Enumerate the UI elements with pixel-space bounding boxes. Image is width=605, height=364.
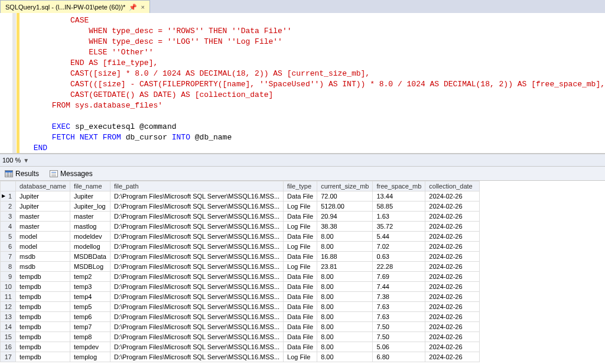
cell[interactable]: 7.63 [373, 312, 425, 322]
cell[interactable]: D:\Program Files\Microsoft SQL Server\MS… [110, 191, 283, 202]
cell[interactable]: MSDBData [70, 252, 110, 262]
code-area[interactable]: CASE WHEN type_desc = ''ROWS'' THEN ''Da… [12, 13, 605, 153]
tab-results[interactable]: Results [2, 168, 41, 179]
cell[interactable]: tempdev [70, 342, 110, 352]
table-row[interactable]: 7msdbMSDBDataD:\Program Files\Microsoft … [1, 252, 480, 262]
cell[interactable]: D:\Program Files\Microsoft SQL Server\MS… [110, 352, 283, 362]
cell[interactable]: Log File [284, 242, 317, 252]
cell[interactable]: 72.00 [317, 191, 373, 202]
sql-editor[interactable]: CASE WHEN type_desc = ''ROWS'' THEN ''Da… [0, 13, 605, 154]
table-row[interactable]: 10tempdbtemp3D:\Program Files\Microsoft … [1, 282, 480, 292]
row-number[interactable]: 10 [1, 282, 16, 292]
cell[interactable]: temp7 [70, 322, 110, 332]
row-number[interactable]: 6 [1, 242, 16, 252]
cell[interactable]: 2024-02-26 [425, 272, 480, 282]
cell[interactable]: Jupiter [16, 191, 70, 202]
cell[interactable]: 8.00 [317, 282, 373, 292]
cell[interactable]: msdb [16, 252, 70, 262]
cell[interactable]: D:\Program Files\Microsoft SQL Server\MS… [110, 302, 283, 312]
cell[interactable]: tempdb [16, 322, 70, 332]
cell[interactable]: 7.44 [373, 282, 425, 292]
cell[interactable]: temp5 [70, 302, 110, 312]
cell[interactable]: 1.63 [373, 212, 425, 222]
table-row[interactable]: 15tempdbtemp8D:\Program Files\Microsoft … [1, 332, 480, 342]
results-grid[interactable]: database_namefile_namefile_pathfile_type… [0, 181, 480, 362]
cell[interactable]: templog [70, 352, 110, 362]
cell[interactable]: 7.38 [373, 292, 425, 302]
column-header[interactable]: file_type [284, 181, 317, 191]
cell[interactable]: temp6 [70, 312, 110, 322]
table-row[interactable]: 3mastermasterD:\Program Files\Microsoft … [1, 212, 480, 222]
cell[interactable]: 8.00 [317, 322, 373, 332]
cell[interactable]: D:\Program Files\Microsoft SQL Server\MS… [110, 242, 283, 252]
cell[interactable]: Jupiter [70, 191, 110, 202]
column-header[interactable]: file_path [110, 181, 283, 191]
cell[interactable]: 2024-02-26 [425, 352, 480, 362]
cell[interactable]: 2024-02-26 [425, 232, 480, 242]
cell[interactable]: D:\Program Files\Microsoft SQL Server\MS… [110, 282, 283, 292]
cell[interactable]: Data File [284, 252, 317, 262]
cell[interactable]: 8.00 [317, 242, 373, 252]
table-row[interactable]: 1JupiterJupiterD:\Program Files\Microsof… [1, 191, 480, 202]
cell[interactable]: tempdb [16, 352, 70, 362]
cell[interactable]: tempdb [16, 282, 70, 292]
cell[interactable]: mastlog [70, 222, 110, 232]
cell[interactable]: 2024-02-26 [425, 242, 480, 252]
cell[interactable]: 2024-02-26 [425, 252, 480, 262]
row-number[interactable]: 9 [1, 272, 16, 282]
cell[interactable]: 2024-02-26 [425, 282, 480, 292]
cell[interactable]: 2024-02-26 [425, 342, 480, 352]
cell[interactable]: 2024-02-26 [425, 202, 480, 212]
cell[interactable]: model [16, 242, 70, 252]
table-row[interactable]: 6modelmodellogD:\Program Files\Microsoft… [1, 242, 480, 252]
row-number[interactable]: 1 [1, 191, 16, 202]
cell[interactable]: 2024-02-26 [425, 191, 480, 202]
cell[interactable]: 5.06 [373, 342, 425, 352]
table-row[interactable]: 5modelmodeldevD:\Program Files\Microsoft… [1, 232, 480, 242]
table-row[interactable]: 2JupiterJupiter_logD:\Program Files\Micr… [1, 202, 480, 212]
cell[interactable]: 2024-02-26 [425, 302, 480, 312]
cell[interactable]: MSDBLog [70, 262, 110, 272]
cell[interactable]: 22.28 [373, 262, 425, 272]
cell[interactable]: Jupiter_log [70, 202, 110, 212]
cell[interactable]: Data File [284, 312, 317, 322]
cell[interactable]: D:\Program Files\Microsoft SQL Server\MS… [110, 342, 283, 352]
column-header[interactable]: free_space_mb [373, 181, 425, 191]
results-grid-wrap[interactable]: database_namefile_namefile_pathfile_type… [0, 181, 605, 364]
cell[interactable]: D:\Program Files\Microsoft SQL Server\MS… [110, 262, 283, 272]
cell[interactable]: tempdb [16, 332, 70, 342]
table-row[interactable]: 16tempdbtempdevD:\Program Files\Microsof… [1, 342, 480, 352]
row-number[interactable]: 14 [1, 322, 16, 332]
cell[interactable]: 2024-02-26 [425, 332, 480, 342]
tab-messages[interactable]: Messages [47, 168, 95, 179]
cell[interactable]: 8.00 [317, 232, 373, 242]
cell[interactable]: modellog [70, 242, 110, 252]
cell[interactable]: tempdb [16, 292, 70, 302]
cell[interactable]: Data File [284, 292, 317, 302]
cell[interactable]: temp4 [70, 292, 110, 302]
cell[interactable]: temp3 [70, 282, 110, 292]
cell[interactable]: Data File [284, 232, 317, 242]
cell[interactable]: Data File [284, 191, 317, 202]
cell[interactable]: master [16, 212, 70, 222]
table-row[interactable]: 14tempdbtemp7D:\Program Files\Microsoft … [1, 322, 480, 332]
cell[interactable]: D:\Program Files\Microsoft SQL Server\MS… [110, 232, 283, 242]
row-number[interactable]: 17 [1, 352, 16, 362]
cell[interactable]: 0.63 [373, 252, 425, 262]
cell[interactable]: master [70, 212, 110, 222]
table-row[interactable]: 4mastermastlogD:\Program Files\Microsoft… [1, 222, 480, 232]
cell[interactable]: 8.00 [317, 352, 373, 362]
cell[interactable]: 23.81 [317, 262, 373, 272]
cell[interactable]: 7.50 [373, 332, 425, 342]
cell[interactable]: Data File [284, 322, 317, 332]
cell[interactable]: 7.69 [373, 272, 425, 282]
cell[interactable]: Log File [284, 222, 317, 232]
cell[interactable]: 20.94 [317, 212, 373, 222]
cell[interactable]: Data File [284, 332, 317, 342]
cell[interactable]: Log File [284, 352, 317, 362]
row-number[interactable]: 4 [1, 222, 16, 232]
table-row[interactable]: 11tempdbtemp4D:\Program Files\Microsoft … [1, 292, 480, 302]
cell[interactable]: temp8 [70, 332, 110, 342]
cell[interactable]: 8.00 [317, 272, 373, 282]
row-number[interactable]: 16 [1, 342, 16, 352]
